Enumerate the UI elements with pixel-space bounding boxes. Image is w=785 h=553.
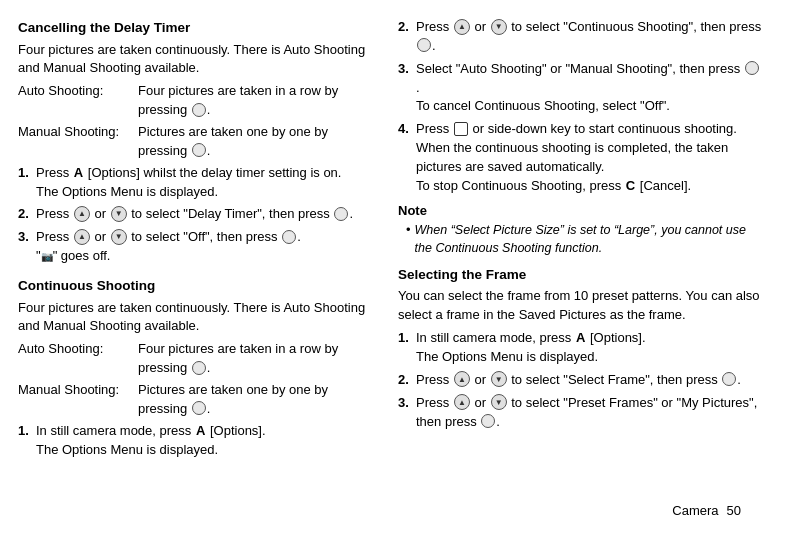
circle-button-icon9: [722, 372, 736, 386]
step-num: 3.: [398, 60, 414, 79]
step-cont-1: 1. In still camera mode, press A [Option…: [18, 422, 380, 460]
step-num: 1.: [398, 329, 414, 348]
auto-shooting-val: Four pictures are taken in a row by pres…: [138, 82, 380, 120]
step-content: Press ▲ or ▼ to select "Continuous Shoot…: [416, 18, 763, 56]
section-heading-cancelling: Cancelling the Delay Timer: [18, 18, 380, 38]
page-container: Cancelling the Delay Timer Four pictures…: [0, 0, 785, 553]
footer-camera-label: Camera: [672, 502, 718, 521]
nav-down-icon5: ▼: [491, 394, 507, 410]
nav-down-icon2: ▼: [111, 229, 127, 245]
section-heading-continuous: Continuous Shooting: [18, 276, 380, 296]
square-button-icon: [454, 122, 468, 136]
step-num: 3.: [18, 228, 34, 247]
manual-shooting-row2: Manual Shooting: Pictures are taken one …: [18, 381, 380, 419]
step-frame-1: 1. In still camera mode, press A [Option…: [398, 329, 763, 367]
step-content: Press or side-down key to start continuo…: [416, 120, 763, 196]
section-frame-intro: You can select the frame from 10 preset …: [398, 287, 763, 325]
step-num: 2.: [398, 371, 414, 390]
nav-up-icon3: ▲: [454, 19, 470, 35]
page-footer: Camera 50: [672, 502, 741, 521]
step-content: Select "Auto Shooting" or "Manual Shooti…: [416, 60, 763, 117]
auto-shooting-row: Auto Shooting: Four pictures are taken i…: [18, 82, 380, 120]
right-column: 2. Press ▲ or ▼ to select "Continuous Sh…: [398, 18, 763, 535]
manual-shooting-val: Pictures are taken one by one by pressin…: [138, 123, 380, 161]
step-content: In still camera mode, press A [Options].…: [416, 329, 763, 367]
circle-button-icon6: [192, 401, 206, 415]
step-num: 2.: [398, 18, 414, 37]
circle-button-icon10: [481, 414, 495, 428]
step-cancel-2: 2. Press ▲ or ▼ to select "Delay Timer",…: [18, 205, 380, 224]
bullet-icon: •: [406, 221, 411, 240]
nav-up-icon5: ▲: [454, 394, 470, 410]
manual-shooting-row: Manual Shooting: Pictures are taken one …: [18, 123, 380, 161]
circle-button-icon5: [192, 361, 206, 375]
nav-down-icon3: ▼: [491, 19, 507, 35]
section-heading-frame: Selecting the Frame: [398, 265, 763, 285]
step-num: 2.: [18, 205, 34, 224]
step-frame-3: 3. Press ▲ or ▼ to select "Preset Frames…: [398, 394, 763, 432]
step-content: Press ▲ or ▼ to select "Select Frame", t…: [416, 371, 763, 390]
section-frame: Selecting the Frame You can select the f…: [398, 265, 763, 432]
note-label: Note: [398, 202, 763, 221]
nav-up-icon: ▲: [74, 206, 90, 222]
circle-button-icon7: [417, 38, 431, 52]
circle-button-icon8: [745, 61, 759, 75]
circle-button-icon4: [282, 230, 296, 244]
left-column: Cancelling the Delay Timer Four pictures…: [18, 18, 398, 535]
nav-down-icon4: ▼: [491, 371, 507, 387]
section-continuous: Continuous Shooting Four pictures are ta…: [18, 276, 380, 459]
step-content: Press ▲ or ▼ to select "Preset Frames" o…: [416, 394, 763, 432]
note-bullet: • When “Select Picture Size” is set to “…: [406, 221, 763, 257]
step-num: 3.: [398, 394, 414, 413]
section-continuous-intro: Four pictures are taken continuously. Th…: [18, 299, 380, 337]
auto-shooting-label2: Auto Shooting:: [18, 340, 138, 359]
footer-page-num: 50: [727, 502, 741, 521]
manual-shooting-label: Manual Shooting:: [18, 123, 138, 142]
step-num: 1.: [18, 164, 34, 183]
section-cancelling-intro: Four pictures are taken continuously. Th…: [18, 41, 380, 79]
step-content: Press ▲ or ▼ to select "Delay Timer", th…: [36, 205, 380, 224]
step-content: In still camera mode, press A [Options].…: [36, 422, 380, 460]
auto-shooting-row2: Auto Shooting: Four pictures are taken i…: [18, 340, 380, 378]
step-num: 1.: [18, 422, 34, 441]
step-right-3: 3. Select "Auto Shooting" or "Manual Sho…: [398, 60, 763, 117]
section-cancelling: Cancelling the Delay Timer Four pictures…: [18, 18, 380, 266]
step-cancel-1: 1. Press A [Options] whilst the delay ti…: [18, 164, 380, 202]
note-block: Note • When “Select Picture Size” is set…: [398, 202, 763, 257]
manual-shooting-val2: Pictures are taken one by one by pressin…: [138, 381, 380, 419]
step-content: Press A [Options] whilst the delay timer…: [36, 164, 380, 202]
step-cancel-3: 3. Press ▲ or ▼ to select "Off", then pr…: [18, 228, 380, 266]
key-a: A: [74, 164, 83, 183]
nav-up-icon4: ▲: [454, 371, 470, 387]
circle-button-icon3: [334, 207, 348, 221]
auto-shooting-label: Auto Shooting:: [18, 82, 138, 101]
key-a3: A: [576, 329, 585, 348]
key-a2: A: [196, 422, 205, 441]
step-frame-2: 2. Press ▲ or ▼ to select "Select Frame"…: [398, 371, 763, 390]
circle-button-icon2: [192, 143, 206, 157]
nav-up-icon2: ▲: [74, 229, 90, 245]
circle-button-icon: [192, 103, 206, 117]
step-num: 4.: [398, 120, 414, 139]
note-text: When “Select Picture Size” is set to “La…: [415, 221, 763, 257]
auto-shooting-val2: Four pictures are taken in a row by pres…: [138, 340, 380, 378]
step-right-2: 2. Press ▲ or ▼ to select "Continuous Sh…: [398, 18, 763, 56]
manual-shooting-label2: Manual Shooting:: [18, 381, 138, 400]
key-c: C: [626, 177, 635, 196]
nav-down-icon: ▼: [111, 206, 127, 222]
step-right-4: 4. Press or side-down key to start conti…: [398, 120, 763, 196]
step-content: Press ▲ or ▼ to select "Off", then press…: [36, 228, 380, 266]
